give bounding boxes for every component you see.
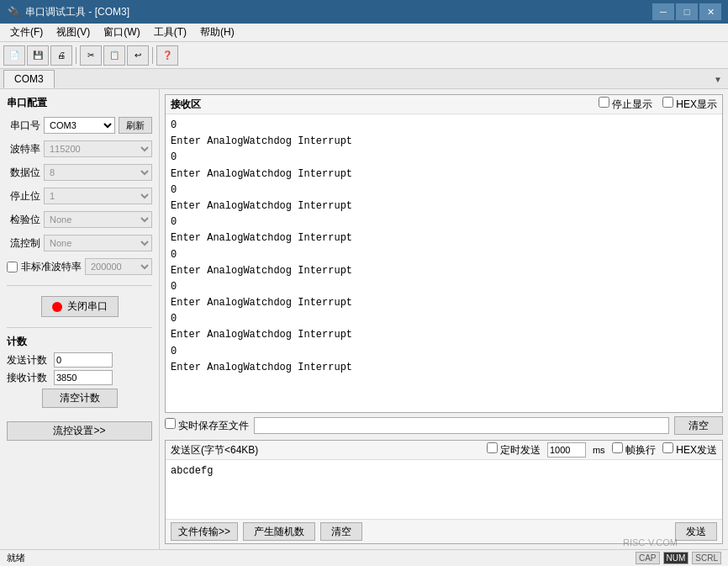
port-row: 串口号 COM3 刷新 (7, 117, 152, 134)
receive-section: 接收区 停止显示 HEX显示 0 Enter AnalogWatchdog In… (165, 94, 723, 413)
menu-bar: 文件(F) 视图(V) 窗口(W) 工具(T) 帮助(H) (0, 24, 728, 42)
recv-count-label: 接收计数 (7, 371, 50, 385)
save-file-label: 实时保存至文件 (165, 418, 249, 433)
menu-view[interactable]: 视图(V) (50, 24, 97, 41)
nonstandard-select[interactable]: 200000 (85, 258, 152, 275)
menu-file[interactable]: 文件(F) (3, 24, 50, 41)
nonstandard-checkbox[interactable] (7, 262, 18, 272)
flow-row: 流控制 None (7, 235, 152, 251)
hex-send-label: HEX发送 (662, 442, 717, 458)
baud-label: 波特率 (7, 142, 40, 156)
divider-2 (7, 327, 152, 328)
toolbar-new[interactable]: 📄 (3, 45, 25, 66)
receive-content: 0 Enter AnalogWatchdog Interrupt 0 Enter… (166, 114, 722, 412)
recv-count-row: 接收计数 3850 (7, 370, 152, 385)
check-row: 检验位 None (7, 211, 152, 228)
flow-select[interactable]: None (44, 235, 152, 251)
stop-select[interactable]: 1 (44, 188, 152, 204)
stop-label: 停止位 (7, 189, 40, 204)
frame-switch-checkbox[interactable] (612, 442, 623, 453)
port-select[interactable]: COM3 (44, 117, 115, 134)
menu-help[interactable]: 帮助(H) (193, 24, 241, 41)
num-indicator: NUM (663, 552, 689, 564)
menu-tools[interactable]: 工具(T) (147, 24, 193, 41)
data-select[interactable]: 8 (44, 164, 152, 181)
check-select[interactable]: None (44, 211, 152, 228)
minimize-button[interactable]: ─ (652, 3, 674, 20)
save-file-row: 实时保存至文件 清空 (165, 416, 723, 435)
file-transfer-button[interactable]: 文件传输>> (171, 522, 238, 541)
close-port-label: 关闭串口 (67, 299, 108, 314)
app-icon: 🔌 (7, 5, 20, 19)
status-bar: 就绪 CAP NUM SCRL (0, 549, 728, 566)
nonstandard-row: 非标准波特率 200000 (7, 258, 152, 275)
tab-dropdown[interactable]: ▼ (711, 72, 725, 86)
data-row: 数据位 8 (7, 164, 152, 181)
title-bar-left: 🔌 串口调试工具 - [COM3] (7, 5, 129, 19)
refresh-button[interactable]: 刷新 (119, 117, 152, 134)
send-count-label: 发送计数 (7, 353, 50, 368)
send-title: 发送区(字节<64KB) (171, 443, 258, 458)
toolbar-cut[interactable]: ✂ (80, 45, 102, 66)
check-label: 检验位 (7, 213, 40, 227)
toolbar-undo[interactable]: ↩ (127, 45, 149, 66)
tab-label: COM3 (14, 73, 44, 85)
toolbar-sep-1 (76, 47, 76, 64)
right-panel: 接收区 停止显示 HEX显示 0 Enter AnalogWatchdog In… (160, 89, 728, 549)
hex-display-label: HEX显示 (662, 97, 717, 112)
send-content[interactable]: abcdefg (166, 460, 722, 519)
save-file-input[interactable] (254, 417, 669, 434)
receive-options: 停止显示 HEX显示 (599, 97, 717, 112)
hex-display-checkbox[interactable] (662, 97, 673, 108)
send-options: 定时发送 1000 ms 帧换行 HEX发送 (487, 442, 717, 458)
toolbar-help[interactable]: ❓ (156, 45, 178, 66)
port-label: 串口号 (7, 119, 40, 133)
clear-count-button[interactable]: 清空计数 (42, 389, 118, 408)
red-indicator (52, 302, 62, 312)
send-section: 发送区(字节<64KB) 定时发送 1000 ms 帧换行 HEX发送 (165, 440, 723, 544)
baud-select[interactable]: 115200 (44, 140, 152, 157)
baud-row: 波特率 115200 (7, 140, 152, 157)
receive-title: 接收区 (171, 98, 592, 112)
status-text: 就绪 (7, 552, 629, 564)
flow-label: 流控制 (7, 236, 40, 251)
random-button[interactable]: 产生随机数 (243, 522, 315, 541)
save-file-checkbox[interactable] (165, 418, 176, 429)
stop-display-checkbox[interactable] (599, 97, 609, 108)
send-button[interactable]: 发送 (675, 522, 717, 541)
flow-settings-button[interactable]: 流控设置>> (7, 421, 152, 441)
close-button[interactable]: ✕ (699, 3, 721, 20)
title-controls: ─ □ ✕ (652, 3, 721, 20)
timed-send-label: 定时发送 (487, 442, 541, 458)
stop-row: 停止位 1 (7, 188, 152, 204)
title-text: 串口调试工具 - [COM3] (25, 5, 129, 19)
status-indicators: CAP NUM SCRL (636, 552, 721, 564)
clear-receive-button[interactable]: 清空 (674, 416, 723, 435)
divider-1 (7, 285, 152, 286)
left-panel: 串口配置 串口号 COM3 刷新 波特率 115200 数据位 8 停止位 1 (0, 89, 160, 549)
timed-send-checkbox[interactable] (487, 442, 498, 453)
close-port-button[interactable]: 关闭串口 (41, 296, 119, 317)
section-title: 串口配置 (7, 96, 152, 110)
receive-header: 接收区 停止显示 HEX显示 (166, 95, 722, 114)
count-section: 计数 发送计数 0 接收计数 3850 清空计数 (7, 335, 152, 411)
toolbar-print[interactable]: 🖨 (50, 45, 72, 66)
timing-input[interactable]: 1000 (547, 442, 586, 458)
toolbar-save[interactable]: 💾 (27, 45, 49, 66)
cap-indicator: CAP (636, 552, 660, 564)
clear-send-button[interactable]: 清空 (320, 522, 362, 541)
toolbar-paste[interactable]: 📋 (103, 45, 125, 66)
hex-send-checkbox[interactable] (662, 442, 673, 453)
send-count-value: 0 (54, 352, 113, 368)
maximize-button[interactable]: □ (676, 3, 698, 20)
stop-display-label: 停止显示 (599, 97, 652, 112)
tab-bar: COM3 ▼ (0, 69, 728, 89)
count-title: 计数 (7, 335, 152, 349)
toolbar-sep-2 (152, 47, 153, 64)
scrl-indicator: SCRL (692, 552, 721, 564)
send-count-row: 发送计数 0 (7, 352, 152, 368)
toolbar: 📄 💾 🖨 ✂ 📋 ↩ ❓ (0, 42, 728, 69)
tab-com3[interactable]: COM3 (3, 70, 55, 88)
title-bar: 🔌 串口调试工具 - [COM3] ─ □ ✕ (0, 0, 728, 24)
menu-window[interactable]: 窗口(W) (97, 24, 146, 41)
